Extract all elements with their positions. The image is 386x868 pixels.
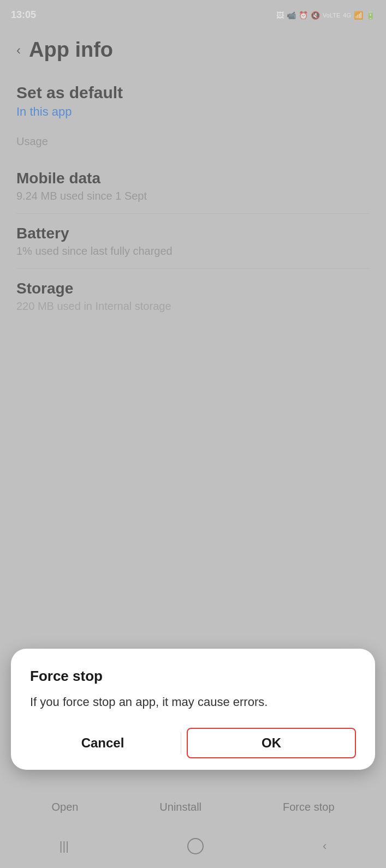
dialog-title: Force stop	[30, 668, 356, 685]
force-stop-dialog: Force stop If you force stop an app, it …	[11, 649, 375, 770]
button-divider	[181, 732, 181, 754]
dialog-message: If you force stop an app, it may cause e…	[30, 693, 356, 711]
dialog-buttons: Cancel OK	[30, 727, 356, 759]
ok-button[interactable]: OK	[187, 728, 356, 758]
cancel-button[interactable]: Cancel	[30, 727, 175, 759]
